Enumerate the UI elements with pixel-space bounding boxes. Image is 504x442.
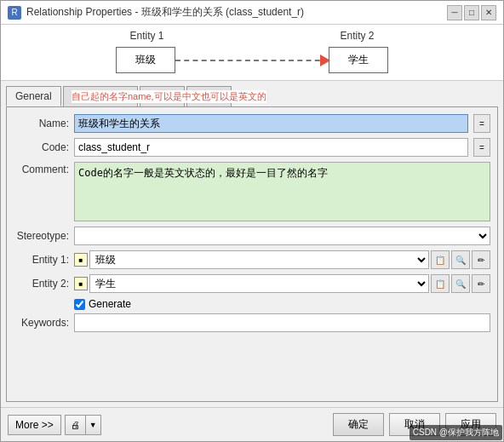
content-area: General Cardinalities Notes Rules Name: …	[1, 81, 503, 407]
window-icon: R	[8, 6, 21, 20]
name-input[interactable]	[74, 114, 468, 133]
keywords-row: Keywords:	[14, 313, 490, 332]
entity1-icon-btn3[interactable]: ✏	[472, 250, 490, 269]
entity2-header-label: Entity 2	[340, 30, 374, 42]
tab-content-general: Name: = 自己起的名字name,可以是中文也可以是英文的 Code: =	[6, 107, 498, 402]
entity1-header-label: Entity 1	[129, 30, 163, 42]
code-label: Code:	[14, 141, 69, 153]
bottom-left-buttons: More >> 🖨 ▼	[8, 415, 101, 435]
close-button[interactable]: ✕	[481, 5, 496, 20]
split-arrow-button[interactable]: ▼	[86, 416, 100, 434]
entity2-icon-btn3[interactable]: ✏	[472, 274, 490, 293]
entity2-input-group: ■ 学生 📋 🔍 ✏	[74, 274, 490, 293]
name-row: Name: =	[14, 114, 490, 133]
title-bar: R Relationship Properties - 班级和学生的关系 (cl…	[1, 1, 503, 25]
entity1-icon-btn2[interactable]: 🔍	[451, 250, 470, 269]
maximize-button[interactable]: □	[464, 5, 479, 20]
generate-checkbox[interactable]	[74, 299, 85, 310]
arrow-head	[320, 55, 330, 66]
stereotype-select[interactable]	[74, 227, 490, 245]
split-main-button[interactable]: 🖨	[66, 416, 86, 434]
entity1-icon-btn1[interactable]: 📋	[431, 250, 450, 269]
window-title: Relationship Properties - 班级和学生的关系 (clas…	[26, 5, 304, 20]
code-row: Code: =	[14, 138, 490, 157]
code-row-container: Code: =	[14, 138, 490, 158]
name-annotation: 自己起的名字name,可以是中文也可以是英文的	[72, 90, 266, 103]
split-button: 🖨 ▼	[65, 415, 101, 435]
arrow-container	[175, 52, 329, 69]
generate-row: Generate	[74, 298, 490, 310]
entity2-row-label: Entity 2:	[14, 278, 69, 290]
entity2-icon-btn1[interactable]: 📋	[431, 274, 450, 293]
main-window: R Relationship Properties - 班级和学生的关系 (cl…	[0, 0, 504, 442]
entity-header-section: Entity 1 Entity 2 班级 学生	[1, 25, 503, 81]
entity2-select[interactable]: 学生	[89, 274, 429, 293]
code-input[interactable]	[74, 138, 468, 157]
entity2-icon: ■	[74, 277, 88, 290]
name-annotation-text: 自己起的名字name,可以是中文也可以是英文的	[72, 91, 266, 101]
name-row-container: Name: = 自己起的名字name,可以是中文也可以是英文的	[14, 114, 490, 135]
entity-diagram: 班级 学生	[8, 43, 496, 77]
name-btn[interactable]: =	[473, 114, 490, 133]
ok-button[interactable]: 确定	[333, 413, 384, 436]
entity1-row-label: Entity 1:	[14, 254, 69, 266]
entity1-box: 班级	[116, 47, 175, 73]
comment-row: Comment: Code的名字一般是英文状态的，最好是一目了然的名字	[14, 162, 490, 221]
entity2-icon-btn2[interactable]: 🔍	[451, 274, 470, 293]
comment-textarea[interactable]: Code的名字一般是英文状态的，最好是一目了然的名字	[74, 162, 490, 221]
entity1-icon: ■	[74, 253, 88, 267]
keywords-label: Keywords:	[14, 317, 69, 329]
arrow-line	[175, 60, 329, 61]
entity-labels-row: Entity 1 Entity 2	[8, 28, 496, 43]
generate-label: Generate	[89, 298, 131, 310]
comment-label: Comment:	[14, 164, 69, 175]
keywords-input[interactable]	[74, 313, 490, 332]
entity1-input-group: ■ 班级 📋 🔍 ✏	[74, 250, 490, 269]
entity2-row: Entity 2: ■ 学生 📋 🔍 ✏	[14, 274, 490, 293]
watermark: CSDN @保护我方阵地	[410, 425, 502, 440]
stereotype-row: Stereotype:	[14, 227, 490, 245]
entity2-box: 学生	[329, 47, 388, 73]
more-button[interactable]: More >>	[8, 415, 61, 435]
entity1-row: Entity 1: ■ 班级 📋 🔍 ✏	[14, 250, 490, 269]
stereotype-label: Stereotype:	[14, 230, 69, 242]
code-btn[interactable]: =	[473, 138, 490, 157]
minimize-button[interactable]: ─	[447, 5, 462, 20]
name-label: Name:	[14, 118, 69, 129]
entity1-select[interactable]: 班级	[89, 250, 429, 269]
title-controls: ─ □ ✕	[447, 5, 496, 20]
title-bar-left: R Relationship Properties - 班级和学生的关系 (cl…	[8, 5, 304, 20]
tab-general[interactable]: General	[6, 86, 61, 106]
